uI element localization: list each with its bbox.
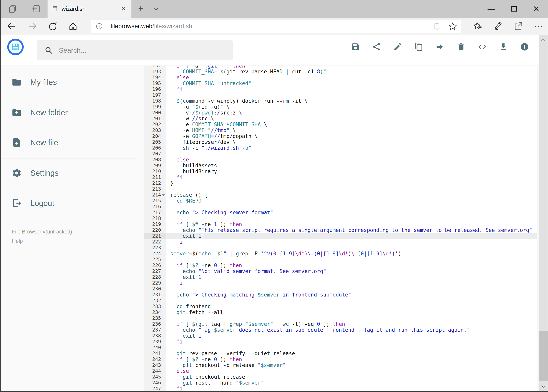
tab-close-icon[interactable]: ✕ <box>120 6 127 12</box>
code-line[interactable]: 235 <box>144 315 537 321</box>
code-line[interactable]: 217 echo "> Checking semver format" <box>144 210 537 216</box>
code-line[interactable]: 199 -u "$(id -u)" \ <box>144 104 537 110</box>
window-maximize-button[interactable] <box>504 0 524 18</box>
code-line[interactable]: 210 buildBinary <box>144 168 537 174</box>
download-icon[interactable] <box>499 42 508 51</box>
move-icon[interactable] <box>436 42 444 51</box>
code-line[interactable]: 241 git rev-parse --verify --quiet relea… <box>144 350 537 356</box>
scroll-down-icon[interactable] <box>541 384 546 389</box>
code-line[interactable]: 244 else <box>144 368 537 374</box>
window-minimize-button[interactable]: — <box>481 0 501 18</box>
code-line[interactable]: 204 -e GOPATH=//tmp/gopath \ <box>144 133 537 139</box>
code-line[interactable]: 195 COMMIT_SHA="untracked" <box>144 80 537 86</box>
code-line[interactable]: 203 -e HOME="//tmp" \ <box>144 127 537 133</box>
share-icon[interactable] <box>372 42 381 51</box>
code-line[interactable]: 231 echo "> Checking matching $semver in… <box>144 292 537 298</box>
code-line[interactable]: 211 fi <box>144 174 537 180</box>
forward-icon[interactable] <box>28 21 37 31</box>
edit-icon[interactable] <box>393 42 402 51</box>
code-line[interactable]: 205 filebrowser/dev \ <box>144 139 537 145</box>
code-line[interactable]: 237 echo "Tag $semver does not exist in … <box>144 327 537 333</box>
code-line[interactable]: 227 echo "Not valid semver format. See s… <box>144 268 537 274</box>
copy-icon[interactable] <box>414 42 423 51</box>
back-icon[interactable] <box>7 21 16 31</box>
site-info-icon[interactable] <box>96 22 103 30</box>
code-line[interactable]: 229 fi <box>144 280 537 286</box>
set-tabs-aside-icon[interactable] <box>32 4 41 14</box>
more-dots-icon[interactable]: ··· <box>534 21 543 31</box>
code-line[interactable]: 220 echo "This release script requires a… <box>144 227 537 233</box>
code-line[interactable]: 226 if [ $? -ne 0 ]; then <box>144 262 537 268</box>
code-line[interactable]: 207 <box>144 151 537 157</box>
code-line[interactable]: 242 if [ $? -ne 0 ]; then <box>144 356 537 362</box>
scroll-up-icon[interactable] <box>541 37 546 43</box>
code-line[interactable]: 245 git checkout release <box>144 374 537 380</box>
code-line[interactable]: 213 <box>144 186 537 192</box>
search-input[interactable] <box>58 46 225 54</box>
favorite-star-icon[interactable] <box>448 22 457 30</box>
scrollbar-thumb[interactable] <box>539 331 548 381</box>
filebrowser-logo[interactable] <box>7 39 24 55</box>
new-tab-button[interactable]: + <box>135 4 146 13</box>
sidebar-item-new-folder[interactable]: New folder <box>0 104 144 121</box>
code-line[interactable]: 243 git checkout -b release "$semver" <box>144 362 537 368</box>
code-line[interactable]: 216 <box>144 204 537 210</box>
code-line[interactable]: 246 git reset --hard "$semver" <box>144 380 537 386</box>
tab-list-chevron-icon[interactable] <box>152 6 160 14</box>
code-line[interactable]: 201 -w //src \ <box>144 116 537 121</box>
refresh-icon[interactable] <box>48 21 57 31</box>
page-scrollbar[interactable] <box>539 35 548 391</box>
code-line[interactable]: 224semver=$(echo "$1" | grep -P '^v(0|[1… <box>144 251 537 257</box>
code-line[interactable]: 223 <box>144 245 537 251</box>
fold-arrow-icon[interactable] <box>162 194 165 196</box>
code-line[interactable]: 198 $(command -v winpty) docker run --rm… <box>144 98 537 104</box>
code-line[interactable]: 214release () { <box>144 192 537 198</box>
tab-preview-icon[interactable] <box>8 4 17 14</box>
home-icon[interactable] <box>68 21 78 31</box>
code-icon[interactable] <box>478 42 487 51</box>
code-line[interactable]: 238 exit 1 <box>144 333 537 339</box>
code-line[interactable]: 225 <box>144 257 537 262</box>
code-line[interactable]: 219 if [ $# -ne 1 ]; then <box>144 221 537 227</box>
code-line[interactable]: 212} <box>144 180 537 186</box>
sidebar-item-my-files[interactable]: My files <box>0 73 144 91</box>
sidebar-item-logout[interactable]: Logout <box>0 194 144 212</box>
code-line[interactable]: 240 <box>144 345 537 350</box>
code-line[interactable]: 206 sh -c "./wizard.sh -b" <box>144 145 537 151</box>
help-link[interactable]: Help <box>12 236 72 246</box>
code-line[interactable]: 232 <box>144 298 537 304</box>
code-line[interactable]: 234 git fetch --all <box>144 309 537 315</box>
code-line[interactable]: 228 exit 1 <box>144 274 537 280</box>
window-close-button[interactable]: ✕ <box>527 0 546 18</box>
code-line[interactable]: 200 -v /$(pwd):/src:z \ <box>144 110 537 116</box>
delete-icon[interactable] <box>457 42 466 51</box>
code-line[interactable]: 233 cd frontend <box>144 304 537 309</box>
code-editor[interactable]: 192 if [ -d ".git" ]; then193 COMMIT_SHA… <box>144 66 537 391</box>
search-box[interactable] <box>37 40 233 60</box>
code-line[interactable]: 208 else <box>144 157 537 163</box>
code-line[interactable]: 221 exit 1 <box>144 233 537 239</box>
code-line[interactable]: 197 <box>144 92 537 98</box>
address-bar[interactable]: filebrowser.web/files/wizard.sh <box>91 20 461 33</box>
code-line[interactable]: 215 cd $REPO <box>144 198 537 204</box>
code-line[interactable]: 202 -e COMMIT_SHA=$COMMIT_SHA \ <box>144 121 537 127</box>
code-line[interactable]: 218 <box>144 216 537 221</box>
reading-view-icon[interactable] <box>433 22 441 30</box>
code-line[interactable]: 236 if [ $(git tag | grep "$semver" | wc… <box>144 321 537 327</box>
url-text[interactable]: filebrowser.web/files/wizard.sh <box>111 23 192 30</box>
code-line[interactable]: 193 COMMIT_SHA="$(git rev-parse HEAD | c… <box>144 69 537 75</box>
code-line[interactable]: 230 <box>144 286 537 292</box>
code-line[interactable]: 247 fi <box>144 386 537 391</box>
web-note-pen-icon[interactable] <box>493 21 503 31</box>
info-icon[interactable] <box>520 42 529 51</box>
code-line[interactable]: 239 fi <box>144 339 537 345</box>
share-icon[interactable] <box>513 21 523 31</box>
save-icon[interactable] <box>351 42 360 51</box>
code-line[interactable]: 209 buildAssets <box>144 163 537 168</box>
code-line[interactable]: 196 fi <box>144 86 537 92</box>
browser-tab[interactable]: wizard.sh ✕ <box>48 0 132 18</box>
code-line[interactable]: 192 if [ -d ".git" ]; then <box>144 66 537 69</box>
sidebar-item-new-file[interactable]: New file <box>0 134 144 151</box>
sidebar-item-settings[interactable]: Settings <box>0 164 144 182</box>
hub-icon[interactable] <box>473 21 482 31</box>
